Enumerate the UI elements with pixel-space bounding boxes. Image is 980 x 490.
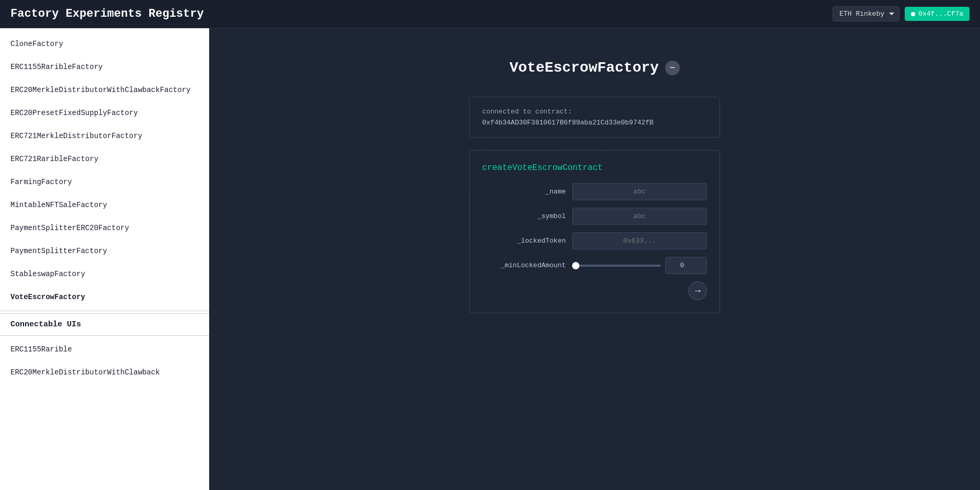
- wallet-address: 0x4f...Cf7a: [918, 10, 963, 18]
- min-locked-amount-label: _minLockedAmount: [482, 261, 566, 269]
- form-title: createVoteEscrowContract: [482, 163, 707, 173]
- sidebar-item-farming-factory[interactable]: FarmingFactory: [0, 170, 209, 193]
- contract-title-text: VoteEscrowFactory: [509, 60, 659, 76]
- contract-title-row: VoteEscrowFactory −: [509, 60, 680, 76]
- connected-address: 0xf4b34AD30F3810617B6f89aba21Cd33e0b9742…: [482, 119, 707, 127]
- connected-contract-box: connected to contract: 0xf4b34AD30F38106…: [469, 97, 720, 138]
- sidebar-item-mintable-nft-sale[interactable]: MintableNFTSaleFactory: [0, 193, 209, 216]
- header-controls: ETH Rinkeby ETH Mainnet ETH Ropsten ETH …: [833, 6, 970, 21]
- sidebar-item-erc20-merkle-distributor[interactable]: ERC20MerkleDistributorWithClawbackFactor…: [0, 78, 209, 101]
- symbol-form-row: _symbol: [482, 208, 707, 225]
- collapse-button[interactable]: −: [665, 61, 680, 75]
- sidebar-item-erc721-rarible-factory[interactable]: ERC721RaribleFactory: [0, 147, 209, 170]
- locked-token-input[interactable]: [572, 232, 707, 249]
- locked-token-form-row: _lockedToken: [482, 232, 707, 249]
- form-footer: →: [482, 281, 707, 300]
- wallet-dot-icon: [911, 12, 915, 16]
- sidebar-item-erc20-preset-fixed-supply[interactable]: ERC20PresetFixedSupplyFactory: [0, 101, 209, 124]
- header: Factory Experiments Registry ETH Rinkeby…: [0, 0, 980, 28]
- connected-label: connected to contract:: [482, 108, 707, 116]
- min-locked-amount-slider[interactable]: [572, 265, 661, 267]
- symbol-label: _symbol: [482, 212, 566, 220]
- min-locked-amount-number[interactable]: [665, 257, 707, 274]
- name-form-row: _name: [482, 183, 707, 200]
- sidebar-item-clone-factory[interactable]: CloneFactory: [0, 32, 209, 55]
- main-content: VoteEscrowFactory − connected to contrac…: [209, 28, 980, 490]
- sidebar-item-erc1155-rarible[interactable]: ERC1155Rarible: [0, 338, 209, 361]
- app-title: Factory Experiments Registry: [10, 7, 204, 20]
- locked-token-label: _lockedToken: [482, 237, 566, 245]
- sidebar-item-erc1155-rarible-factory[interactable]: ERC1155RaribleFactory: [0, 55, 209, 78]
- sidebar-item-stableswap-factory[interactable]: StableswapFactory: [0, 263, 209, 286]
- main-layout: CloneFactory ERC1155RaribleFactory ERC20…: [0, 28, 980, 490]
- arrow-right-icon: →: [693, 286, 702, 297]
- name-input[interactable]: [572, 183, 707, 200]
- min-locked-amount-form-row: _minLockedAmount: [482, 257, 707, 274]
- network-selector[interactable]: ETH Rinkeby ETH Mainnet ETH Ropsten ETH …: [833, 6, 899, 21]
- name-label: _name: [482, 188, 566, 196]
- sidebar-item-vote-escrow-factory[interactable]: VoteEscrowFactory: [0, 286, 209, 309]
- submit-button[interactable]: →: [688, 281, 707, 300]
- sidebar-item-erc20-merkle-distributor-clawback[interactable]: ERC20MerkleDistributorWithClawback: [0, 361, 209, 384]
- wallet-badge[interactable]: 0x4f...Cf7a: [905, 7, 970, 21]
- create-vote-escrow-form: createVoteEscrowContract _name _symbol _…: [469, 150, 720, 313]
- sidebar-item-erc721-merkle-distributor[interactable]: ERC721MerkleDistributorFactory: [0, 124, 209, 147]
- symbol-input[interactable]: [572, 208, 707, 225]
- sidebar-divider: [0, 311, 209, 311]
- connectable-section-header: Connectable UIs: [0, 313, 209, 333]
- sidebar-divider-2: [0, 335, 209, 336]
- sidebar-item-payment-splitter-erc20[interactable]: PaymentSplitterERC20Factory: [0, 216, 209, 240]
- sidebar-item-payment-splitter-factory[interactable]: PaymentSplitterFactory: [0, 240, 209, 263]
- sidebar: CloneFactory ERC1155RaribleFactory ERC20…: [0, 28, 209, 490]
- slider-row: [572, 257, 707, 274]
